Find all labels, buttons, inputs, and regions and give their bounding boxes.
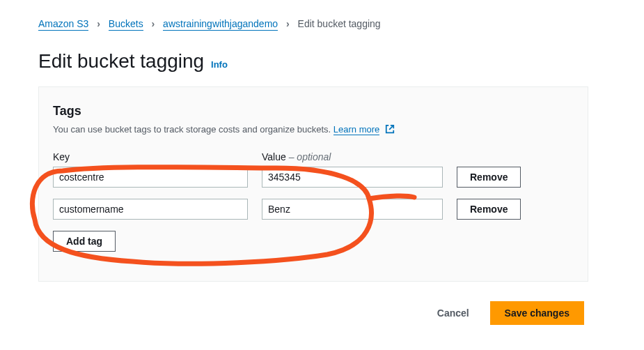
cancel-button[interactable]: Cancel: [437, 307, 469, 319]
remove-button[interactable]: Remove: [457, 167, 521, 188]
panel-heading: Tags: [53, 104, 574, 119]
chevron-right-icon: ›: [97, 18, 100, 29]
page-title: Edit bucket tagging: [38, 50, 204, 73]
panel-description-text: You can use bucket tags to track storage…: [53, 124, 333, 135]
column-key-label: Key: [53, 151, 248, 162]
column-value-label: Value – optional: [262, 151, 443, 162]
info-link[interactable]: Info: [211, 59, 228, 70]
chevron-right-icon: ›: [152, 18, 155, 29]
remove-button[interactable]: Remove: [457, 199, 521, 220]
column-value-text: Value: [262, 151, 286, 162]
tag-key-input[interactable]: [53, 199, 248, 220]
add-tag-row: Add tag: [53, 231, 574, 252]
columns-header: Key Value – optional: [53, 151, 574, 162]
add-tag-button[interactable]: Add tag: [53, 231, 116, 252]
breadcrumb-link-buckets[interactable]: Buckets: [109, 18, 143, 31]
tag-row: Remove: [53, 167, 574, 188]
breadcrumb-current: Edit bucket tagging: [298, 18, 381, 29]
chevron-right-icon: ›: [286, 18, 290, 29]
tags-panel: Tags You can use bucket tags to track st…: [38, 86, 588, 282]
breadcrumb: Amazon S3 › Buckets › awstrainingwithjag…: [38, 18, 588, 29]
tag-value-input[interactable]: [262, 167, 443, 188]
breadcrumb-link-s3[interactable]: Amazon S3: [38, 18, 88, 31]
tag-row: Remove: [53, 199, 574, 220]
learn-more-link[interactable]: Learn more: [333, 124, 379, 135]
external-link-icon: [385, 124, 395, 134]
footer-actions: Cancel Save changes: [38, 301, 588, 325]
panel-description: You can use bucket tags to track storage…: [53, 124, 574, 135]
tag-value-input[interactable]: [262, 199, 443, 220]
save-changes-button[interactable]: Save changes: [490, 301, 584, 325]
tag-key-input[interactable]: [53, 167, 248, 188]
breadcrumb-link-bucket[interactable]: awstrainingwithjagandemo: [163, 18, 278, 31]
column-value-optional: – optional: [286, 151, 331, 162]
